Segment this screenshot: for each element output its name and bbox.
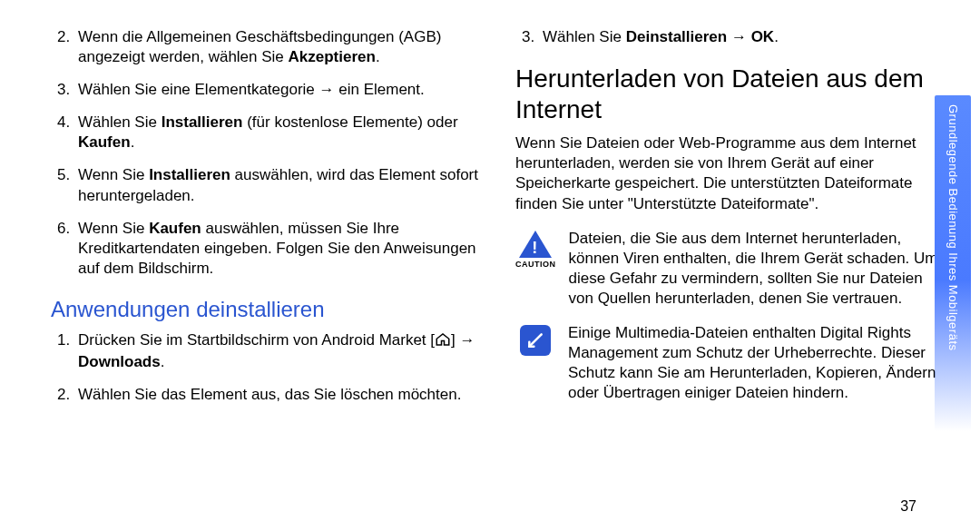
note-text: Einige Multimedia-Dateien enthalten Digi… <box>568 323 944 403</box>
section-heading: Herunterladen von Dateien aus dem Intern… <box>515 64 944 124</box>
caution-text: Dateien, die Sie aus dem Internet herunt… <box>569 229 945 309</box>
caution-icon: CAUTION <box>515 229 556 270</box>
uninstall-continue-list: Wählen Sie Deinstallieren → OK. <box>515 27 944 47</box>
right-column: Wählen Sie Deinstallieren → OK. Herunter… <box>515 27 944 513</box>
uninstall-steps-list: Drücken Sie im Startbildschirm von Andro… <box>51 330 479 405</box>
list-item: Wählen Sie Deinstallieren → OK. <box>539 27 944 47</box>
two-column-layout: Wenn die Allgemeinen Geschäftsbedingunge… <box>51 27 944 513</box>
caution-callout: CAUTION Dateien, die Sie aus dem Interne… <box>515 229 944 309</box>
intro-paragraph: Wenn Sie Dateien oder Web-Programme aus … <box>515 133 944 213</box>
section-tab-label: Grundlegende Bedienung Ihres Mobilgeräts <box>946 104 961 351</box>
home-icon <box>435 332 451 352</box>
section-tab: Grundlegende Bedienung Ihres Mobilgeräts <box>935 95 971 431</box>
note-callout: Einige Multimedia-Dateien enthalten Digi… <box>515 323 944 403</box>
list-item: Wählen Sie das Element aus, das Sie lösc… <box>74 385 479 405</box>
list-item: Wenn Sie Installieren auswählen, wird da… <box>74 165 479 205</box>
left-column: Wenn die Allgemeinen Geschäftsbedingunge… <box>51 27 479 513</box>
list-item: Wenn die Allgemeinen Geschäftsbedingunge… <box>74 27 479 67</box>
list-item: Drücken Sie im Startbildschirm von Andro… <box>74 330 479 372</box>
list-item: Wählen Sie eine Elementkategorie → ein E… <box>74 80 479 100</box>
install-steps-list: Wenn die Allgemeinen Geschäftsbedingunge… <box>51 27 479 279</box>
page-number: 37 <box>900 497 916 516</box>
list-item: Wenn Sie Kaufen auswählen, müssen Sie Ih… <box>74 219 479 279</box>
subsection-heading: Anwendungen deinstallieren <box>51 295 479 323</box>
manual-page: Grundlegende Bedienung Ihres Mobilgeräts… <box>0 0 980 531</box>
list-item: Wählen Sie Installieren (für kostenlose … <box>74 113 479 152</box>
note-icon <box>515 323 555 356</box>
